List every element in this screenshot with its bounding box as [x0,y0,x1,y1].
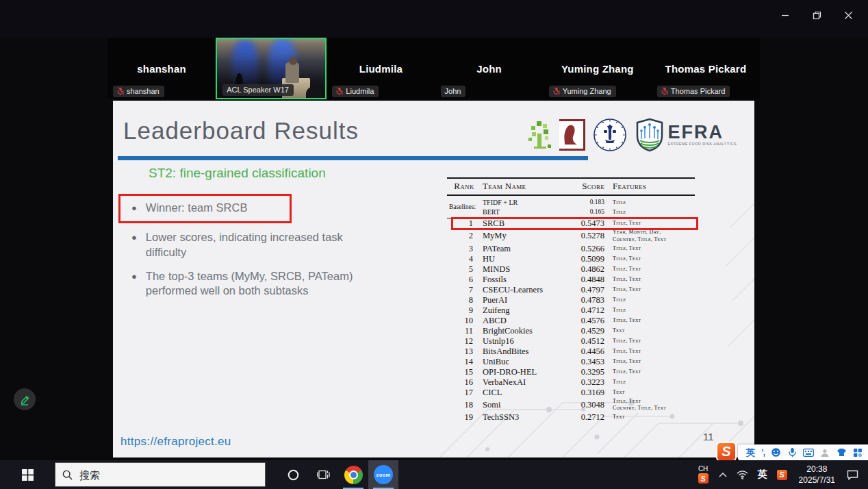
bullet-dot: ● [131,230,137,260]
cell-rank: 14 [447,357,481,367]
cell-team: PATeam [481,244,562,254]
taskbar-search[interactable] [55,462,266,487]
sogou-emoji-button[interactable] [771,444,781,460]
logo-row: EFRA EXTREME FOOD RISK ANALYTICS [527,117,737,153]
participant-label-text: Liudmila [346,87,374,95]
feature-line: Title [613,379,695,386]
participant-tile-liudmila[interactable]: LiudmilaLiudmila [327,38,435,99]
table-row-rank-14: 14UniBuc0.3453Title, Text [447,357,695,367]
pencil-icon [19,394,31,405]
cell-team: PuerAI [481,295,562,305]
cell-score: 0.5266 [562,244,604,254]
sogou-punctuation-toggle[interactable]: ’, [761,444,765,460]
cell-features: Text [604,389,695,397]
participant-tile-thomas-pickard[interactable]: Thomas PickardThomas Pickard [652,38,760,99]
feature-line: Title, Text [613,338,695,345]
sogou-ime-toolbar: 英 ’, [738,444,868,460]
participant-name: Thomas Pickard [665,63,747,75]
cell-team: VerbaNexAI [481,377,562,388]
cell-rank: 17 [447,388,481,398]
system-tray: CH S 英 S 20:38 2025/7/31 [693,460,868,489]
cell-features: Title, TextCountry, Title, Text [604,398,695,413]
sogou-keyboard-button[interactable] [803,444,814,460]
cortana-button[interactable] [278,460,308,489]
cell-rank: 15 [447,367,481,377]
cell-score: 0.4783 [562,295,604,305]
sogou-skin-button[interactable] [837,444,847,460]
cell-rank: 8 [447,295,481,305]
search-input[interactable] [79,469,237,481]
task-view-icon [317,469,330,480]
tray-language-label[interactable]: 英 [753,460,772,489]
cell-team: Ustnlp16 [481,336,562,347]
bullet-text: The top-3 teams (MyMy, SRCB, PATeam) per… [146,269,382,299]
column-header-rank: Rank [447,181,481,192]
tray-date: 2025/7/31 [799,475,835,486]
ime-indicator[interactable]: CH S [693,466,714,484]
title-underline-rule [118,156,588,160]
window-controls [769,4,864,26]
feature-line: Title, Text [613,317,695,325]
table-row-rank-3: 3PATeam0.5266Title, Text [447,244,695,254]
stockholm-university-logo-icon [593,118,627,152]
column-header-team-name: Team Name [481,181,562,192]
minimize-button[interactable] [769,4,801,26]
cell-team: Somi [481,400,562,410]
restore-button[interactable] [801,4,832,26]
sogou-toolbox-button[interactable] [853,444,863,460]
cell-score: 0.4512 [562,336,604,347]
participant-strip: shanshanshanshanACL Speaker W17LiudmilaL… [107,38,760,99]
cell-team: Fossils [481,275,562,285]
windows-logo-icon [22,469,34,481]
participant-tile-john[interactable]: JohnJohn [435,38,544,99]
chrome-taskbar-button[interactable] [338,460,368,489]
sogou-account-button[interactable] [820,444,830,460]
sogou-language-toggle[interactable]: 英 [746,444,755,460]
task-view-button[interactable] [308,460,338,489]
pixel-tree-logo-icon [527,120,552,150]
cell-features: Title, Text [604,220,695,227]
column-header-features: Features [604,181,695,192]
cell-rank: 10 [447,316,481,326]
taskbar-clock[interactable]: 20:38 2025/7/31 [792,464,842,486]
cell-rank: 6 [447,275,481,285]
sogou-logo-icon[interactable]: S [716,442,737,462]
zoom-taskbar-button[interactable]: zoom [368,460,398,489]
efra-logo-name: EFRA [667,123,737,142]
cell-team: HU [481,254,562,264]
participant-tile-shanshan[interactable]: shanshanshanshan [107,38,216,99]
shared-slide: Leaderboard Results [113,101,754,457]
start-button[interactable] [0,460,55,489]
window-titlebar [0,0,868,38]
sogou-tray-icon-2[interactable]: S [772,460,792,489]
tray-overflow-chevron[interactable] [714,460,732,489]
cell-score: 0.3048 [562,400,604,410]
cell-features: Title [604,307,695,314]
annotate-button[interactable] [14,388,36,410]
feature-line: Text [613,389,695,397]
close-button[interactable] [832,4,864,26]
participant-label-text: ACL Speaker W17 [227,86,289,94]
sogou-tray-icon: S [698,473,709,484]
cell-features: Text [604,327,695,335]
cell-team: UniBuc [481,357,562,367]
baselines-label: Baselines: [447,203,481,210]
table-row-rank-15: 15OPI-DRO-HEL0.3295Title, Text [447,367,695,377]
action-center-button[interactable] [842,460,868,489]
participant-tile-yuming-zhang[interactable]: Yuming ZhangYuming Zhang [544,38,652,99]
participant-tile-acl-speaker-w17[interactable]: ACL Speaker W17 [216,38,327,99]
cell-score: 0.3223 [562,377,604,388]
cell-team: BitsAndBites [481,347,562,357]
muted-mic-icon [661,87,668,95]
cell-rank: 3 [447,244,481,254]
wifi-icon[interactable] [732,460,753,489]
baseline-score: 0.183 [562,199,604,205]
cell-team: TechSSN3 [481,412,562,423]
cell-features: Title [604,379,695,386]
audience-head [306,86,323,98]
muted-mic-icon [553,87,560,95]
table-row-rank-10: 10ABCD0.4576Title, Text [447,316,695,326]
sogou-voice-button[interactable] [788,444,797,460]
cell-features: Title, Text [604,286,695,294]
cell-rank: 2 [447,231,481,241]
